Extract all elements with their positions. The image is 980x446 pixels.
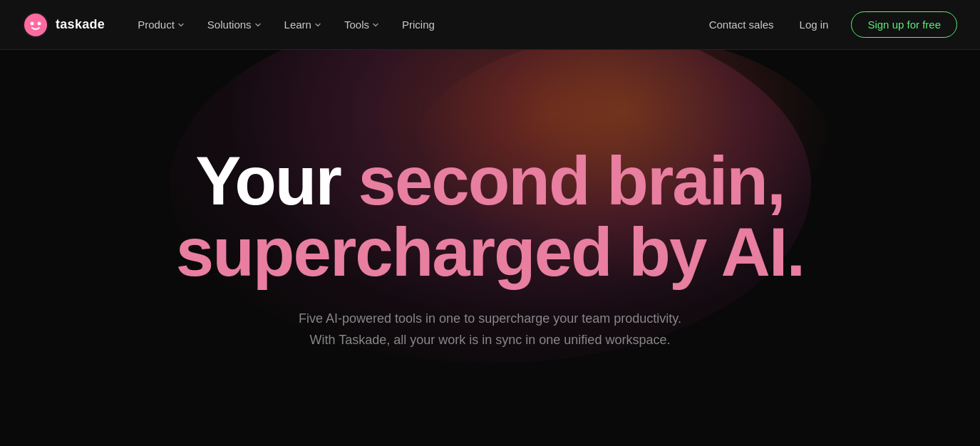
hero-section: Your second brain, supercharged by AI. F… — [0, 50, 980, 446]
nav-product[interactable]: Product — [128, 13, 195, 36]
headline-part2: second brain, — [359, 142, 785, 219]
svg-point-2 — [31, 21, 34, 25]
logo[interactable]: taskade — [23, 12, 105, 38]
learn-chevron-icon — [314, 21, 321, 28]
hero-content: Your second brain, supercharged by AI. F… — [148, 145, 832, 351]
nav-pricing[interactable]: Pricing — [392, 13, 445, 36]
tools-chevron-icon — [372, 21, 379, 28]
hero-headline: Your second brain, supercharged by AI. — [176, 145, 804, 289]
signup-button[interactable]: Sign up for free — [851, 11, 957, 38]
navbar: taskade Product Solutions Learn — [0, 0, 980, 50]
nav-learn[interactable]: Learn — [274, 13, 331, 36]
product-chevron-icon — [177, 21, 185, 28]
brand-name: taskade — [56, 17, 105, 32]
navbar-right: Contact sales Log in Sign up for free — [706, 11, 957, 38]
nav-links: Product Solutions Learn Tools — [128, 13, 445, 36]
svg-point-3 — [38, 21, 41, 25]
taskade-logo-icon — [23, 12, 48, 38]
svg-point-1 — [24, 14, 47, 36]
navbar-left: taskade Product Solutions Learn — [23, 12, 445, 38]
headline-part3: supercharged by AI. — [176, 214, 804, 290]
login-button[interactable]: Log in — [791, 13, 837, 36]
solutions-chevron-icon — [254, 21, 262, 28]
nav-tools[interactable]: Tools — [334, 13, 389, 36]
headline-part1: Your — [195, 142, 358, 219]
contact-sales-link[interactable]: Contact sales — [706, 13, 777, 36]
hero-subtext: Five AI-powered tools in one to supercha… — [247, 308, 732, 351]
nav-solutions[interactable]: Solutions — [197, 13, 272, 36]
